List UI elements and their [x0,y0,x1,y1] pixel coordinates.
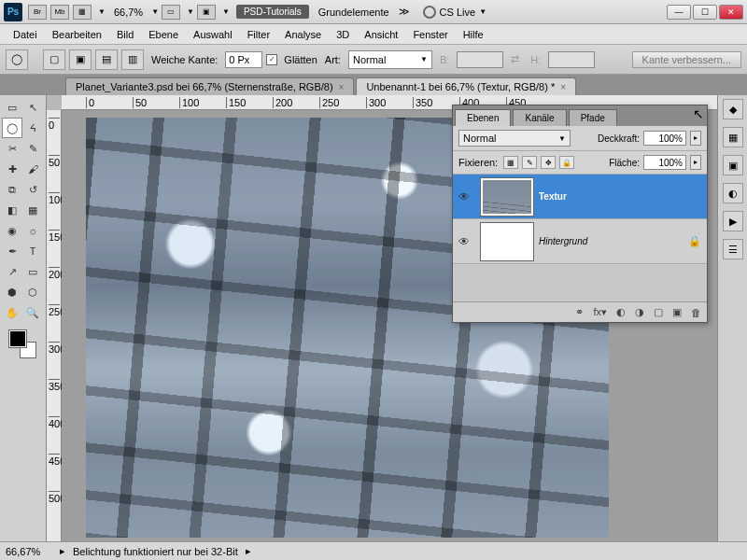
eyedropper-tool[interactable]: ✎ [22,138,43,159]
menu-ansicht[interactable]: Ansicht [357,29,405,40]
hand-tool[interactable]: ✋ [2,302,22,323]
history-brush-tool[interactable]: ↺ [22,179,43,200]
menu-ebene[interactable]: Ebene [141,29,186,40]
color-panel-icon[interactable]: ◆ [723,99,743,119]
minimize-button[interactable]: — [667,5,691,20]
3d-camera-tool[interactable]: ⬡ [22,282,43,302]
tab-kanaele[interactable]: Kanäle [513,109,566,126]
visibility-toggle-icon[interactable]: 👁 [453,190,475,203]
arrange-icon[interactable]: ▭ [162,5,180,20]
close-button[interactable]: ✕ [719,5,743,20]
lock-transparency-icon[interactable]: ▦ [503,156,518,169]
tab-ebenen[interactable]: Ebenen [455,109,511,126]
selection-new-icon[interactable]: ▢ [43,49,65,70]
antialias-checkbox[interactable]: ✓ [266,54,277,65]
menu-auswahl[interactable]: Auswahl [186,29,240,40]
dropdown-icon[interactable]: ▼ [151,7,159,16]
workspace-tag[interactable]: PSD-Tutorials [236,5,309,19]
maximize-button[interactable]: ☐ [693,5,717,20]
viewmode-icon[interactable]: ▦ [73,5,92,20]
dropdown-icon[interactable]: ▼ [98,7,106,16]
menu-fenster[interactable]: Fenster [405,29,455,40]
layers-empty-area[interactable] [453,264,707,301]
layer-name[interactable]: Hintergrund [539,236,688,246]
fill-input[interactable]: 100% [643,155,686,170]
opacity-slider-icon[interactable]: ▸ [690,131,701,146]
color-swatch[interactable] [9,330,36,358]
stamp-tool[interactable]: ⧉ [2,179,22,200]
adjustment-layer-icon[interactable]: ◑ [635,306,644,318]
menu-bild[interactable]: Bild [109,29,141,40]
layer-fx-icon[interactable]: fx▾ [593,306,607,318]
path-tool[interactable]: ↗ [2,261,22,282]
menu-datei[interactable]: Datei [6,29,45,40]
style-select[interactable]: Normal▼ [348,50,432,69]
screenmode-icon[interactable]: ▣ [197,5,216,20]
layer-row[interactable]: 👁 Hintergrund 🔒 [453,219,707,264]
minibridge-icon[interactable]: Mb [50,5,69,20]
tab-pfade[interactable]: Pfade [569,109,617,126]
shape-tool[interactable]: ▭ [22,261,43,282]
menu-analyse[interactable]: Analyse [277,29,329,40]
type-tool[interactable]: T [22,241,43,261]
document-tab[interactable]: Planet_Variante3.psd bei 66,7% (Sternens… [65,77,354,95]
lock-pixels-icon[interactable]: ✎ [522,156,537,169]
menu-bearbeiten[interactable]: Bearbeiten [45,29,109,40]
eraser-tool[interactable]: ◧ [2,200,22,220]
cslive-button[interactable]: CS Live ▼ [423,6,489,19]
tool-preset-icon[interactable]: ◯ [6,49,28,70]
refine-edge-button[interactable]: Kante verbessern... [632,51,741,68]
selection-add-icon[interactable]: ▣ [69,49,92,70]
delete-layer-icon[interactable]: 🗑 [691,307,701,318]
status-arrow-icon[interactable]: ▸ [60,545,65,557]
pen-tool[interactable]: ✒ [2,241,22,261]
brush-tool[interactable]: 🖌 [22,159,43,179]
zoom-tool[interactable]: 🔍 [22,302,43,323]
swatches-panel-icon[interactable]: ▦ [723,127,743,147]
close-tab-icon[interactable]: × [339,82,345,92]
menu-hilfe[interactable]: Hilfe [456,29,491,40]
dodge-tool[interactable]: ☼ [22,220,43,241]
ruler-vertical[interactable]: 050100150200250300350400450500 [47,110,62,541]
adjustments-panel-icon[interactable]: ◐ [723,183,743,203]
selection-subtract-icon[interactable]: ▤ [95,49,118,70]
link-layers-icon[interactable]: ⚭ [575,306,584,318]
lock-all-icon[interactable]: 🔒 [559,156,574,169]
blend-mode-select[interactable]: Normal▼ [458,130,571,147]
layer-name[interactable]: Textur [539,191,707,202]
move-tool[interactable]: ▭ [2,97,22,118]
fill-slider-icon[interactable]: ▸ [690,155,701,170]
layer-row[interactable]: 👁 Textur [453,175,707,219]
gradient-tool[interactable]: ▦ [22,200,43,220]
lasso-tool[interactable]: ᔦ [22,118,43,138]
styles-panel-icon[interactable]: ▣ [723,155,743,175]
history-panel-icon[interactable]: ☰ [723,239,743,259]
dropdown-icon[interactable]: ▼ [187,7,194,16]
layer-group-icon[interactable]: ▢ [654,306,663,318]
3d-tool[interactable]: ⬢ [2,282,22,302]
close-tab-icon[interactable]: × [560,82,566,92]
status-arrow-icon[interactable]: ▸ [246,545,251,557]
chevrons-icon[interactable]: ≫ [399,6,410,18]
blur-tool[interactable]: ◉ [2,220,22,241]
visibility-toggle-icon[interactable]: 👁 [453,235,475,248]
arrow-tool[interactable]: ↖ [22,97,43,118]
selection-intersect-icon[interactable]: ▥ [121,49,144,70]
crop-tool[interactable]: ✂ [2,138,22,159]
menu-filter[interactable]: Filter [240,29,277,40]
layer-thumbnail[interactable] [481,178,533,216]
zoom-level[interactable]: 66,7% [114,7,143,18]
healing-tool[interactable]: ✚ [2,159,22,179]
status-zoom[interactable]: 66,67% [6,546,52,557]
lock-position-icon[interactable]: ✥ [541,156,556,169]
document-tab[interactable]: Unbenannt-1 bei 66,7% (Textur, RGB/8) *× [356,77,576,95]
menu-3d[interactable]: 3D [329,29,357,40]
new-layer-icon[interactable]: ▣ [672,306,682,318]
opacity-input[interactable]: 100% [643,131,686,146]
bridge-icon[interactable]: Br [28,5,47,20]
marquee-tool[interactable]: ◯ [2,118,22,138]
layer-mask-icon[interactable]: ◐ [616,306,626,318]
workspace-name[interactable]: Grundelemente [318,7,389,18]
layers-panel[interactable]: Ebenen Kanäle Pfade Normal▼ Deckkraft: 1… [452,105,708,323]
dropdown-icon[interactable]: ▼ [222,7,230,16]
